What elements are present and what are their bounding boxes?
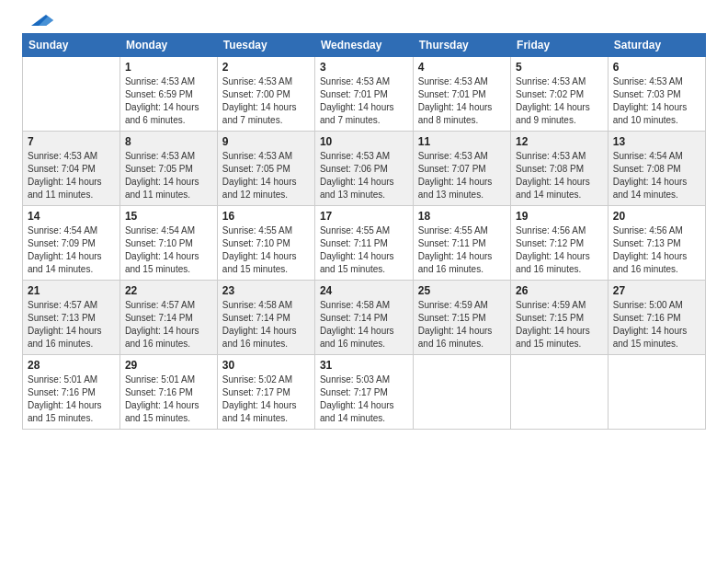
calendar-cell: 9Sunrise: 4:53 AM Sunset: 7:05 PM Daylig… [217, 132, 314, 206]
day-info: Sunrise: 4:53 AM Sunset: 6:59 PM Dayligh… [125, 75, 212, 127]
calendar-cell: 18Sunrise: 4:55 AM Sunset: 7:11 PM Dayli… [413, 206, 510, 281]
calendar-cell: 8Sunrise: 4:53 AM Sunset: 7:05 PM Daylig… [119, 132, 217, 206]
day-number: 13 [613, 135, 700, 148]
day-number: 11 [418, 135, 506, 148]
calendar-cell: 2Sunrise: 4:53 AM Sunset: 7:00 PM Daylig… [217, 57, 314, 132]
calendar-cell: 3Sunrise: 4:53 AM Sunset: 7:01 PM Daylig… [314, 57, 413, 132]
day-info: Sunrise: 4:58 AM Sunset: 7:14 PM Dayligh… [320, 299, 408, 350]
day-number: 15 [125, 210, 212, 223]
day-number: 2 [222, 61, 310, 74]
day-number: 16 [222, 210, 310, 223]
day-number: 3 [320, 61, 408, 74]
day-info: Sunrise: 4:54 AM Sunset: 7:09 PM Dayligh… [28, 224, 115, 276]
calendar-cell: 20Sunrise: 4:56 AM Sunset: 7:13 PM Dayli… [608, 206, 705, 281]
day-info: Sunrise: 4:54 AM Sunset: 7:08 PM Dayligh… [613, 150, 700, 201]
day-number: 14 [28, 210, 115, 223]
calendar-cell: 11Sunrise: 4:53 AM Sunset: 7:07 PM Dayli… [413, 132, 510, 206]
day-number: 18 [418, 210, 506, 223]
calendar-cell: 26Sunrise: 4:59 AM Sunset: 7:15 PM Dayli… [511, 281, 609, 355]
day-number: 12 [516, 135, 603, 148]
calendar-cell: 4Sunrise: 4:53 AM Sunset: 7:01 PM Daylig… [413, 57, 510, 132]
calendar-cell: 29Sunrise: 5:01 AM Sunset: 7:16 PM Dayli… [119, 355, 217, 430]
week-row-3: 14Sunrise: 4:54 AM Sunset: 7:09 PM Dayli… [23, 206, 706, 281]
calendar-cell: 1Sunrise: 4:53 AM Sunset: 6:59 PM Daylig… [119, 57, 217, 132]
day-info: Sunrise: 5:00 AM Sunset: 7:16 PM Dayligh… [613, 299, 700, 350]
day-number: 4 [418, 61, 506, 74]
day-number: 25 [418, 284, 506, 297]
day-number: 27 [613, 284, 700, 297]
day-info: Sunrise: 4:59 AM Sunset: 7:15 PM Dayligh… [516, 299, 603, 350]
calendar-cell: 21Sunrise: 4:57 AM Sunset: 7:13 PM Dayli… [23, 281, 120, 355]
day-info: Sunrise: 4:53 AM Sunset: 7:07 PM Dayligh… [418, 150, 506, 201]
weekday-header-thursday: Thursday [413, 34, 510, 57]
day-number: 30 [222, 359, 310, 372]
calendar-cell: 25Sunrise: 4:59 AM Sunset: 7:15 PM Dayli… [413, 281, 510, 355]
day-info: Sunrise: 4:54 AM Sunset: 7:10 PM Dayligh… [125, 224, 212, 276]
day-number: 21 [28, 284, 115, 297]
day-number: 6 [613, 61, 700, 74]
day-info: Sunrise: 4:53 AM Sunset: 7:08 PM Dayligh… [516, 150, 603, 201]
calendar-cell: 16Sunrise: 4:55 AM Sunset: 7:10 PM Dayli… [217, 206, 314, 281]
logo-icon [24, 11, 53, 29]
day-number: 20 [613, 210, 700, 223]
day-info: Sunrise: 4:53 AM Sunset: 7:00 PM Dayligh… [222, 75, 310, 127]
calendar-cell: 28Sunrise: 5:01 AM Sunset: 7:16 PM Dayli… [23, 355, 120, 430]
day-number: 26 [516, 284, 603, 297]
day-info: Sunrise: 5:03 AM Sunset: 7:17 PM Dayligh… [320, 373, 408, 425]
calendar-cell: 22Sunrise: 4:57 AM Sunset: 7:14 PM Dayli… [119, 281, 217, 355]
calendar-table: SundayMondayTuesdayWednesdayThursdayFrid… [22, 33, 706, 430]
calendar-cell: 30Sunrise: 5:02 AM Sunset: 7:17 PM Dayli… [217, 355, 314, 430]
calendar-cell [608, 355, 705, 430]
day-number: 23 [222, 284, 310, 297]
day-info: Sunrise: 4:58 AM Sunset: 7:14 PM Dayligh… [222, 299, 310, 350]
weekday-header-monday: Monday [119, 34, 217, 57]
week-row-1: 1Sunrise: 4:53 AM Sunset: 6:59 PM Daylig… [23, 57, 706, 132]
weekday-header-friday: Friday [511, 34, 609, 57]
day-number: 22 [125, 284, 212, 297]
page: SundayMondayTuesdayWednesdayThursdayFrid… [0, 0, 728, 441]
day-number: 8 [125, 135, 212, 148]
day-number: 19 [516, 210, 603, 223]
day-number: 10 [320, 135, 408, 148]
calendar-cell: 12Sunrise: 4:53 AM Sunset: 7:08 PM Dayli… [511, 132, 609, 206]
header [22, 17, 706, 26]
day-info: Sunrise: 4:53 AM Sunset: 7:01 PM Dayligh… [320, 75, 408, 127]
day-info: Sunrise: 4:53 AM Sunset: 7:06 PM Dayligh… [320, 150, 408, 201]
day-number: 17 [320, 210, 408, 223]
calendar-cell: 15Sunrise: 4:54 AM Sunset: 7:10 PM Dayli… [119, 206, 217, 281]
calendar-cell: 7Sunrise: 4:53 AM Sunset: 7:04 PM Daylig… [23, 132, 120, 206]
day-info: Sunrise: 4:53 AM Sunset: 7:05 PM Dayligh… [222, 150, 310, 201]
weekday-header-row: SundayMondayTuesdayWednesdayThursdayFrid… [23, 34, 706, 57]
day-number: 29 [125, 359, 212, 372]
logo [22, 17, 53, 26]
day-info: Sunrise: 4:53 AM Sunset: 7:04 PM Dayligh… [28, 150, 115, 201]
calendar-cell: 31Sunrise: 5:03 AM Sunset: 7:17 PM Dayli… [314, 355, 413, 430]
calendar-cell: 5Sunrise: 4:53 AM Sunset: 7:02 PM Daylig… [511, 57, 609, 132]
day-info: Sunrise: 4:56 AM Sunset: 7:13 PM Dayligh… [613, 224, 700, 276]
day-number: 24 [320, 284, 408, 297]
calendar-cell: 10Sunrise: 4:53 AM Sunset: 7:06 PM Dayli… [314, 132, 413, 206]
day-info: Sunrise: 4:56 AM Sunset: 7:12 PM Dayligh… [516, 224, 603, 276]
day-number: 31 [320, 359, 408, 372]
day-info: Sunrise: 4:53 AM Sunset: 7:05 PM Dayligh… [125, 150, 212, 201]
day-info: Sunrise: 4:53 AM Sunset: 7:01 PM Dayligh… [418, 75, 506, 127]
week-row-5: 28Sunrise: 5:01 AM Sunset: 7:16 PM Dayli… [23, 355, 706, 430]
day-info: Sunrise: 5:01 AM Sunset: 7:16 PM Dayligh… [125, 373, 212, 425]
calendar-cell: 6Sunrise: 4:53 AM Sunset: 7:03 PM Daylig… [608, 57, 705, 132]
day-number: 1 [125, 61, 212, 74]
day-number: 5 [516, 61, 603, 74]
day-info: Sunrise: 4:55 AM Sunset: 7:10 PM Dayligh… [222, 224, 310, 276]
day-info: Sunrise: 4:55 AM Sunset: 7:11 PM Dayligh… [320, 224, 408, 276]
calendar-cell: 13Sunrise: 4:54 AM Sunset: 7:08 PM Dayli… [608, 132, 705, 206]
calendar-cell: 27Sunrise: 5:00 AM Sunset: 7:16 PM Dayli… [608, 281, 705, 355]
day-info: Sunrise: 4:53 AM Sunset: 7:03 PM Dayligh… [613, 75, 700, 127]
calendar-cell: 24Sunrise: 4:58 AM Sunset: 7:14 PM Dayli… [314, 281, 413, 355]
calendar-cell: 17Sunrise: 4:55 AM Sunset: 7:11 PM Dayli… [314, 206, 413, 281]
day-info: Sunrise: 4:53 AM Sunset: 7:02 PM Dayligh… [516, 75, 603, 127]
day-info: Sunrise: 4:59 AM Sunset: 7:15 PM Dayligh… [418, 299, 506, 350]
calendar-cell [23, 57, 120, 132]
weekday-header-sunday: Sunday [23, 34, 120, 57]
calendar-cell: 23Sunrise: 4:58 AM Sunset: 7:14 PM Dayli… [217, 281, 314, 355]
day-info: Sunrise: 5:01 AM Sunset: 7:16 PM Dayligh… [28, 373, 115, 425]
calendar-cell [413, 355, 510, 430]
